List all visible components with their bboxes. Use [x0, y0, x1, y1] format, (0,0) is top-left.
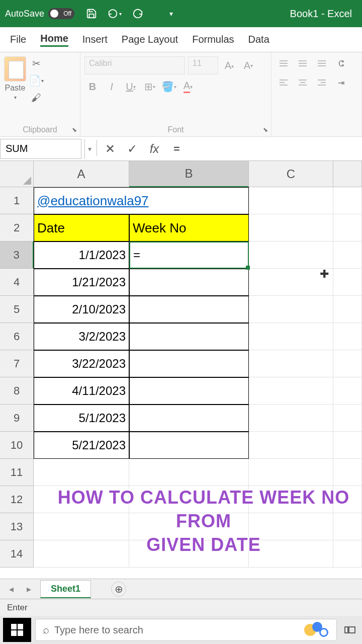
cell-d11[interactable] — [333, 459, 362, 486]
row-header-8[interactable]: 8 — [0, 377, 34, 405]
redo-icon[interactable] — [131, 7, 145, 21]
cell-a9[interactable]: 5/1/2023 — [34, 405, 129, 432]
row-header-14[interactable]: 14 — [0, 540, 34, 568]
paste-button[interactable]: Paste ▾ — [4, 56, 26, 105]
cell-c1[interactable] — [249, 187, 333, 214]
cell-a6[interactable]: 3/2/2023 — [34, 323, 129, 350]
border-button[interactable]: ⊞▾ — [142, 78, 158, 95]
row-header-3[interactable]: 3 — [0, 242, 34, 269]
col-header-c[interactable]: C — [249, 161, 333, 187]
sheet-prev-icon[interactable]: ◂ — [5, 584, 18, 595]
autosave-toggle[interactable]: AutoSave Off — [5, 8, 74, 19]
formula-input[interactable] — [168, 142, 362, 155]
fill-handle[interactable] — [246, 266, 250, 270]
col-header-d[interactable] — [333, 161, 362, 187]
cell-b7[interactable] — [129, 350, 249, 377]
cell-b6[interactable] — [129, 323, 249, 350]
align-top-icon[interactable] — [276, 56, 292, 70]
indent-icon[interactable]: ⇥ — [333, 75, 349, 90]
menu-file[interactable]: File — [10, 34, 26, 45]
col-header-a[interactable]: A — [34, 161, 129, 187]
toggle-switch[interactable]: Off — [48, 8, 74, 19]
cell-c6[interactable] — [249, 323, 333, 350]
cell-d8[interactable] — [333, 377, 362, 405]
cell-a5[interactable]: 2/10/2023 — [34, 296, 129, 323]
cell-b3-input[interactable] — [133, 248, 245, 262]
copy-icon[interactable]: 📄▾ — [29, 73, 43, 88]
cell-d10[interactable] — [333, 432, 362, 459]
taskbar-search[interactable]: ⌕ Type here to search — [35, 619, 337, 641]
cut-icon[interactable]: ✂ — [29, 56, 43, 70]
align-middle-icon[interactable] — [295, 56, 311, 70]
cell-c10[interactable] — [249, 432, 333, 459]
cell-c5[interactable] — [249, 296, 333, 323]
enter-formula-icon[interactable]: ✓ — [123, 140, 141, 158]
add-sheet-icon[interactable]: ⊕ — [111, 582, 126, 597]
row-header-12[interactable]: 12 — [0, 486, 34, 513]
task-view-icon[interactable] — [341, 621, 359, 639]
row-header-10[interactable]: 10 — [0, 432, 34, 459]
cell-d5[interactable] — [333, 296, 362, 323]
cell-a3[interactable]: 1/1/2023 — [34, 242, 129, 269]
fill-color-button[interactable]: 🪣▾ — [161, 78, 177, 95]
cell-d7[interactable] — [333, 350, 362, 377]
menu-insert[interactable]: Insert — [82, 34, 108, 45]
cell-c11[interactable] — [249, 459, 333, 486]
fx-icon[interactable]: fx — [145, 140, 163, 158]
row-header-5[interactable]: 5 — [0, 296, 34, 323]
row-header-2[interactable]: 2 — [0, 214, 34, 242]
cell-a2[interactable]: Date — [34, 214, 129, 242]
menu-page-layout[interactable]: Page Layout — [122, 34, 178, 45]
row-header-1[interactable]: 1 — [0, 187, 34, 214]
format-painter-icon[interactable]: 🖌 — [29, 91, 43, 105]
cell-a10[interactable]: 5/21/2023 — [34, 432, 129, 459]
cancel-formula-icon[interactable]: ✕ — [101, 140, 119, 158]
menu-formulas[interactable]: Formulas — [192, 34, 234, 45]
align-left-icon[interactable] — [276, 75, 292, 90]
col-header-b[interactable]: B — [129, 161, 249, 187]
cell-b4[interactable] — [129, 269, 249, 296]
row-header-9[interactable]: 9 — [0, 405, 34, 432]
cell-b2[interactable]: Week No — [129, 214, 249, 242]
menu-home[interactable]: Home — [40, 33, 68, 47]
cell-b3[interactable] — [129, 242, 249, 269]
row-header-6[interactable]: 6 — [0, 323, 34, 350]
font-size-select[interactable]: 11 — [188, 56, 218, 74]
sheet-tab-1[interactable]: Sheet1 — [40, 580, 91, 598]
cell-d1[interactable] — [333, 187, 362, 214]
cell-b8[interactable] — [129, 377, 249, 405]
align-right-icon[interactable] — [314, 75, 330, 90]
cell-a8[interactable]: 4/11/2023 — [34, 377, 129, 405]
cell-b5[interactable] — [129, 296, 249, 323]
cell-b10[interactable] — [129, 432, 249, 459]
row-header-7[interactable]: 7 — [0, 350, 34, 377]
menu-data[interactable]: Data — [248, 34, 269, 45]
cell-a4[interactable]: 1/21/2023 — [34, 269, 129, 296]
italic-button[interactable]: I — [104, 78, 120, 95]
row-header-4[interactable]: 4 — [0, 269, 34, 296]
cell-a11[interactable] — [34, 459, 129, 486]
cell-c7[interactable] — [249, 350, 333, 377]
cell-c3[interactable] — [249, 242, 333, 269]
dialog-launcher-icon[interactable]: ⬊ — [263, 126, 268, 133]
cell-c9[interactable] — [249, 405, 333, 432]
dialog-launcher-icon[interactable]: ⬊ — [72, 126, 77, 133]
row-header-13[interactable]: 13 — [0, 513, 34, 540]
sheet-next-icon[interactable]: ▸ — [23, 584, 35, 595]
customize-icon[interactable]: ▾ — [164, 7, 178, 21]
save-icon[interactable] — [84, 7, 99, 21]
bold-button[interactable]: B — [84, 78, 101, 95]
row-header-11[interactable]: 11 — [0, 459, 34, 486]
align-center-icon[interactable] — [295, 75, 311, 90]
cell-a1[interactable]: @educationwala97 — [34, 187, 249, 214]
cell-c2[interactable] — [249, 214, 333, 242]
increase-font-icon[interactable]: A▴ — [221, 57, 237, 73]
cell-b11[interactable] — [129, 459, 249, 486]
align-bottom-icon[interactable] — [314, 56, 330, 70]
orientation-icon[interactable]: ⵛ — [333, 56, 349, 70]
cell-d4[interactable] — [333, 269, 362, 296]
decrease-font-icon[interactable]: A▾ — [240, 57, 256, 73]
cell-d9[interactable] — [333, 405, 362, 432]
cell-a7[interactable]: 3/22/2023 — [34, 350, 129, 377]
start-button[interactable] — [3, 618, 31, 642]
